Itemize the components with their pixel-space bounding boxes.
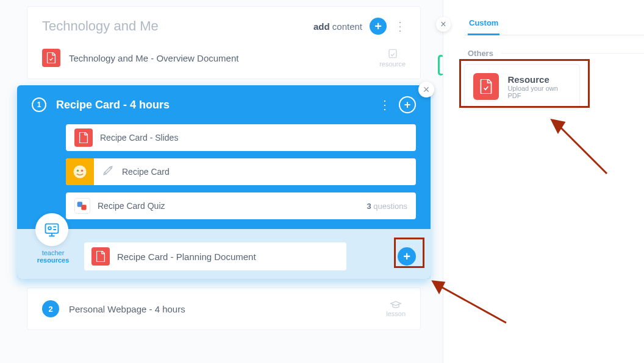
teacher-label-line2: resources xyxy=(32,256,74,264)
svg-rect-6 xyxy=(46,224,59,233)
item-label: Recipe Card xyxy=(122,167,170,177)
svg-rect-5 xyxy=(81,205,86,210)
resource-card-subtitle: Upload your own PDF xyxy=(507,85,571,99)
panel-section-label-text: Others xyxy=(468,49,493,58)
quiz-question-count: 3 questions xyxy=(367,202,408,211)
svg-rect-0 xyxy=(389,49,396,58)
pencil-cross-icon xyxy=(102,165,113,178)
teacher-resources-label: teacher resources xyxy=(32,249,74,264)
tab-custom[interactable]: Custom xyxy=(468,13,499,35)
module-item-quiz[interactable]: Recipe Card Quiz 3 questions xyxy=(66,192,416,219)
teacher-label-line1: teacher xyxy=(42,249,65,256)
add-content-panel: × Custom Others Resource Upload your own… xyxy=(443,0,644,363)
lesson-tag: lesson xyxy=(386,300,406,317)
section-title: Technology and Me xyxy=(42,18,159,34)
add-content-button[interactable]: + xyxy=(370,18,387,35)
section-header: Technology and Me add content + ⋮ xyxy=(27,7,420,42)
quiz-icon xyxy=(74,198,90,214)
teacher-add-button[interactable]: + xyxy=(398,247,416,266)
panel-close-button[interactable]: × xyxy=(436,17,451,32)
svg-point-7 xyxy=(48,227,51,230)
panel-tabs: Custom xyxy=(464,13,644,35)
module-title: Recipe Card - 4 hours xyxy=(56,99,170,111)
module-close-button[interactable]: × xyxy=(418,82,434,97)
module-item-activity[interactable]: Recipe Card xyxy=(66,158,416,185)
module-body: Recipe Card - Slides Recipe Card Recipe … xyxy=(17,119,431,229)
svg-point-3 xyxy=(81,170,84,172)
panel-section-others: Others xyxy=(468,49,644,58)
section-kebab-menu[interactable]: ⋮ xyxy=(394,19,406,33)
lesson-tag-label: lesson xyxy=(386,310,406,317)
later-module-title: Personal Webpage - 4 hours xyxy=(69,304,185,314)
module-item-slides[interactable]: Recipe Card - Slides xyxy=(66,124,416,151)
module-kebab-menu[interactable]: ⋮ xyxy=(379,97,390,112)
pdf-icon xyxy=(91,247,110,266)
svg-point-2 xyxy=(77,170,79,172)
overview-doc-row[interactable]: Technology and Me - Overview Document re… xyxy=(27,42,420,79)
teacher-badge-icon xyxy=(35,213,68,246)
add-rest: content xyxy=(330,21,362,32)
teacher-resources-strip: teacher resources Recipe Card - Planning… xyxy=(17,229,431,279)
module-header: 1 Recipe Card - 4 hours ⋮ + xyxy=(17,85,431,119)
add-bold: add xyxy=(313,21,330,32)
add-content-label: add content xyxy=(313,21,362,32)
teacher-doc-item[interactable]: Recipe Card - Planning Document xyxy=(84,242,346,270)
pdf-icon xyxy=(473,73,499,100)
header-actions: add content + ⋮ xyxy=(313,18,406,35)
resource-card[interactable]: Resource Upload your own PDF xyxy=(464,64,580,109)
pdf-icon xyxy=(42,49,60,67)
teacher-doc-title: Recipe Card - Planning Document xyxy=(117,252,256,262)
pdf-icon xyxy=(74,129,93,147)
module-add-button[interactable]: + xyxy=(399,96,416,113)
doc-left: Technology and Me - Overview Document xyxy=(42,49,238,67)
module-step-number: 2 xyxy=(42,300,59,317)
overview-doc-title: Technology and Me - Overview Document xyxy=(69,53,238,63)
section-card: Technology and Me add content + ⋮ Techno… xyxy=(27,6,421,79)
later-module-row[interactable]: 2 Personal Webpage - 4 hours lesson xyxy=(27,287,421,330)
resource-card-title: Resource xyxy=(507,74,571,85)
item-label: Recipe Card - Slides xyxy=(100,133,178,143)
activity-thumbnail-icon xyxy=(66,158,94,185)
svg-point-1 xyxy=(74,166,87,178)
resource-tag-label: resource xyxy=(379,60,406,68)
module-step-number: 1 xyxy=(32,97,46,112)
resource-tag: resource xyxy=(379,48,406,68)
module-active: × 1 Recipe Card - 4 hours ⋮ + Recipe Car… xyxy=(17,85,431,279)
item-label: Recipe Card Quiz xyxy=(98,201,165,211)
divider xyxy=(501,53,644,54)
